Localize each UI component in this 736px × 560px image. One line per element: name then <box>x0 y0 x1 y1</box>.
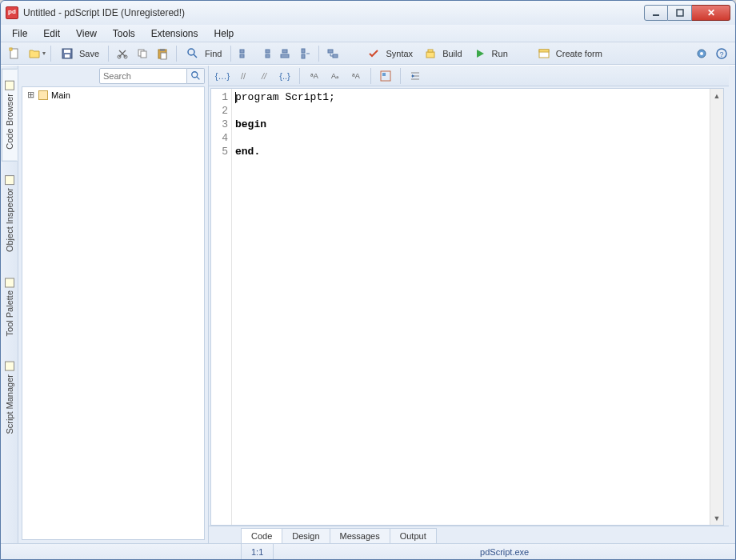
unit-icon <box>38 90 48 100</box>
tree-root-row[interactable]: ⊞ Main <box>24 89 202 101</box>
new-button[interactable] <box>6 45 23 62</box>
find-label: Find <box>203 49 223 58</box>
menu-tools[interactable]: Tools <box>105 26 143 42</box>
create-form-icon <box>535 45 553 62</box>
search-input[interactable] <box>99 68 187 84</box>
expand-icon[interactable]: ⊞ <box>26 90 35 100</box>
block-select-icon[interactable] <box>377 68 394 84</box>
minimize-button[interactable] <box>644 5 668 21</box>
menu-edit[interactable]: Edit <box>35 26 68 42</box>
svg-rect-16 <box>240 54 244 58</box>
main-toolbar: ▾ Save Find <box>1 42 735 65</box>
tab-order-button[interactable] <box>324 45 342 62</box>
right-gap <box>729 66 735 543</box>
svg-text:?: ? <box>719 50 723 58</box>
code-editor[interactable]: 1 2 3 4 5 program Script1; begin end. ▲ … <box>210 88 724 526</box>
side-tab-rail: Code Browser Object Inspector Tool Palet… <box>1 66 18 543</box>
copy-button[interactable] <box>134 45 151 62</box>
close-button[interactable]: ✕ <box>692 5 730 21</box>
cursor-position: 1:1 <box>241 544 274 559</box>
tab-output[interactable]: Output <box>390 528 437 543</box>
svg-rect-6 <box>65 54 70 58</box>
syntax-label: Syntax <box>384 49 414 58</box>
line-number: 3 <box>211 118 231 131</box>
tool-palette-icon <box>5 278 14 287</box>
side-tab-object-inspector[interactable]: Object Inspector <box>2 163 18 264</box>
save-icon <box>58 45 76 62</box>
menu-file[interactable]: File <box>4 26 35 42</box>
scroll-up-icon[interactable]: ▲ <box>710 89 723 102</box>
open-button[interactable] <box>26 45 43 62</box>
side-tab-tool-palette[interactable]: Tool Palette <box>2 266 18 348</box>
menu-view[interactable]: View <box>68 26 105 42</box>
cut-button[interactable] <box>114 45 131 62</box>
code-line <box>235 131 706 145</box>
separator <box>400 68 401 84</box>
side-tab-script-manager[interactable]: Script Manager <box>2 350 18 446</box>
code-text: begin <box>235 118 266 130</box>
find-group[interactable]: Find <box>182 45 226 62</box>
side-tab-code-browser[interactable]: Code Browser <box>2 69 18 162</box>
editor-bottom-tabs: Code Design Messages Output <box>209 526 729 543</box>
align-left-button[interactable] <box>236 45 254 62</box>
align-hcenter-button[interactable] <box>296 45 314 62</box>
search-button[interactable] <box>187 68 205 84</box>
separator <box>176 46 177 62</box>
tab-messages[interactable]: Messages <box>330 528 390 543</box>
separator <box>370 68 371 84</box>
save-group[interactable]: Save <box>56 45 103 62</box>
svg-rect-23 <box>328 50 333 53</box>
tab-code[interactable]: Code <box>241 528 282 543</box>
svg-rect-22 <box>302 54 305 58</box>
help-button[interactable]: ? <box>713 45 730 62</box>
svg-rect-21 <box>302 49 305 53</box>
line-number: 2 <box>211 104 231 118</box>
build-group[interactable]: Build <box>419 45 466 62</box>
svg-point-33 <box>191 72 197 78</box>
upper-case-icon[interactable]: ªA <box>306 68 323 84</box>
code-area[interactable]: program Script1; begin end. <box>232 89 710 525</box>
open-dropdown-icon[interactable]: ▾ <box>42 50 46 57</box>
titlebar: Untitled - pdScript IDE (Unregistered!) … <box>1 1 735 25</box>
svg-rect-20 <box>281 54 289 58</box>
window-title: Untitled - pdScript IDE (Unregistered!) <box>23 7 185 18</box>
syntax-icon <box>365 45 382 62</box>
uncomment-icon[interactable]: // <box>255 68 273 84</box>
lower-case-icon[interactable]: Aₐ <box>326 68 344 84</box>
menu-help[interactable]: Help <box>206 26 242 42</box>
align-right-button[interactable] <box>256 45 274 62</box>
script-manager-icon <box>5 362 14 371</box>
vertical-scrollbar[interactable]: ▲ ▼ <box>710 89 723 525</box>
svg-rect-17 <box>266 50 270 53</box>
menu-extensions[interactable]: Extensions <box>143 26 206 42</box>
comment-icon[interactable]: // <box>234 68 252 84</box>
align-center-button[interactable] <box>276 45 294 62</box>
maximize-button[interactable] <box>668 5 692 21</box>
statusbar: 1:1 pdScript.exe <box>1 543 735 559</box>
line-number: 1 <box>211 90 231 104</box>
settings-button[interactable] <box>693 45 710 62</box>
code-text: end. <box>235 146 260 158</box>
indent-icon[interactable] <box>406 68 424 84</box>
code-tree[interactable]: ⊞ Main <box>22 86 205 540</box>
interpreter-name: pdScript.exe <box>274 544 735 559</box>
syntax-group[interactable]: Syntax <box>362 45 417 62</box>
create-form-group[interactable]: Create form <box>533 45 606 62</box>
object-inspector-icon <box>5 175 14 185</box>
svg-rect-15 <box>240 50 244 53</box>
separator <box>299 68 300 84</box>
main-window: Untitled - pdScript IDE (Unregistered!) … <box>0 0 736 560</box>
svg-rect-24 <box>333 54 338 58</box>
side-tab-label: Tool Palette <box>5 290 14 336</box>
paste-button[interactable] <box>154 45 171 62</box>
separator <box>108 46 109 62</box>
fold-all-icon[interactable]: {…} <box>214 68 231 84</box>
code-line: end. <box>235 145 706 158</box>
run-group[interactable]: Run <box>469 45 512 62</box>
tab-design[interactable]: Design <box>282 528 330 543</box>
scroll-down-icon[interactable]: ▼ <box>710 511 723 525</box>
unfold-icon[interactable]: {..} <box>276 68 294 84</box>
menubar: File Edit View Tools Extensions Help <box>1 25 735 42</box>
code-text: program Script1; <box>235 91 335 103</box>
title-case-icon[interactable]: ªA <box>347 68 365 84</box>
